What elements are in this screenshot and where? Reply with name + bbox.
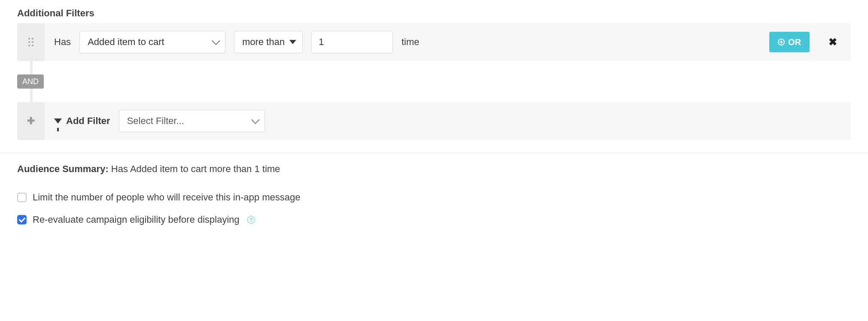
and-chip: AND [17, 75, 44, 89]
or-button[interactable]: OR [769, 32, 810, 52]
add-filter-row: ✚ Add Filter Select Filter... [17, 102, 851, 140]
summary-text: Has Added item to cart more than 1 time [111, 164, 280, 174]
event-select[interactable]: Added item to cart [79, 31, 225, 53]
caret-down-icon [289, 40, 296, 44]
plus-circle-icon [778, 39, 785, 45]
add-filter-label: Add Filter [54, 115, 110, 127]
or-button-label: OR [788, 37, 801, 47]
filter-suffix: time [401, 36, 419, 48]
help-icon[interactable]: ? [247, 216, 255, 224]
drag-handle-icon [28, 38, 33, 46]
remove-filter-button[interactable]: ✖ [829, 36, 837, 48]
event-select-value: Added item to cart [88, 36, 164, 48]
chevron-down-icon [251, 115, 260, 124]
section-title: Additional Filters [17, 8, 851, 19]
chevron-down-icon [212, 36, 220, 45]
select-filter-dropdown[interactable]: Select Filter... [119, 110, 265, 132]
count-input[interactable] [311, 31, 393, 53]
select-filter-placeholder: Select Filter... [127, 115, 184, 127]
reevaluate-checkbox[interactable] [17, 215, 27, 224]
reevaluate-checkbox-label: Re-evaluate campaign eligibility before … [33, 214, 240, 225]
filter-prefix: Has [54, 36, 71, 48]
filter-icon [54, 118, 62, 124]
comparator-select-value: more than [242, 36, 285, 48]
audience-summary: Audience Summary: Has Added item to cart… [17, 164, 851, 175]
divider [0, 153, 868, 153]
add-filter-text: Add Filter [66, 115, 110, 127]
drag-handle[interactable] [17, 23, 45, 61]
reevaluate-checkbox-row: Re-evaluate campaign eligibility before … [17, 214, 851, 225]
limit-checkbox-label: Limit the number of people who will rece… [33, 192, 300, 203]
add-filter-handle[interactable]: ✚ [17, 102, 45, 140]
summary-label: Audience Summary: [17, 164, 109, 174]
filter-row: Has Added item to cart more than time OR… [17, 23, 851, 61]
comparator-select[interactable]: more than [234, 31, 303, 53]
connector: AND [17, 61, 851, 102]
limit-checkbox-row: Limit the number of people who will rece… [17, 192, 851, 203]
limit-checkbox[interactable] [17, 193, 27, 202]
plus-icon: ✚ [27, 115, 35, 127]
